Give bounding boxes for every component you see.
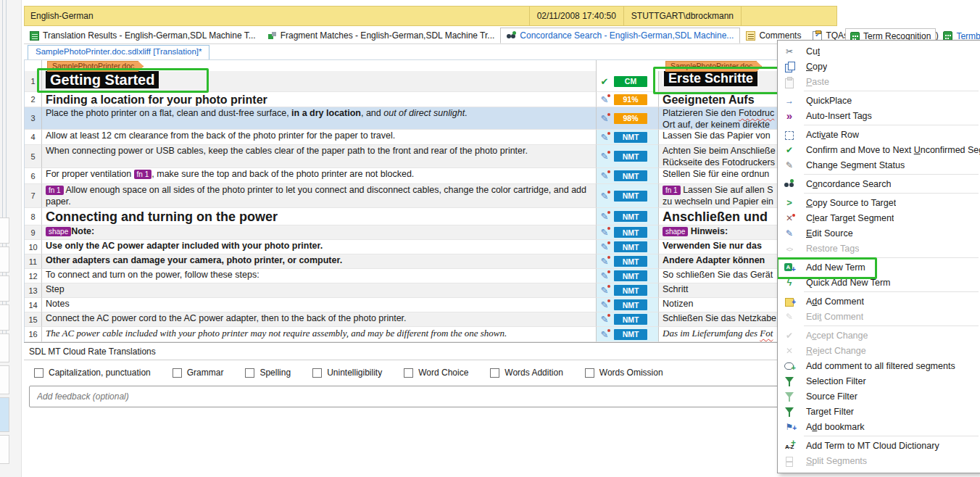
checkbox-capitalization-punctuation[interactable]: Capitalization, punctuation xyxy=(34,368,151,378)
menu-item-label: Add Comment xyxy=(796,296,864,307)
source-cell[interactable]: When connecting power or USB cables, kee… xyxy=(42,145,597,168)
menu-item-quick-add-new-term[interactable]: Quick Add New Term xyxy=(778,275,980,290)
menu-item-copy-source-to-target[interactable]: Copy Source to Target xyxy=(778,195,980,210)
footnote-tag[interactable]: fn 1 xyxy=(663,186,681,195)
source-cell[interactable]: Finding a location for your photo printe… xyxy=(42,92,597,107)
clear-target-segment-icon xyxy=(783,212,796,224)
dock-tab-active[interactable] xyxy=(0,397,9,432)
selected-source-text[interactable]: Getting Started xyxy=(46,71,159,88)
menu-item-concordance-search[interactable]: Concordance Search xyxy=(778,176,980,191)
menu-item-label: Source Filter xyxy=(796,391,858,402)
match-badge: NMT xyxy=(614,211,647,222)
source-cell[interactable]: Place the photo printer on a flat, clean… xyxy=(42,107,597,130)
table-row: 4 Allow at least 12 cm clearance from th… xyxy=(25,130,843,145)
checkbox-box[interactable] xyxy=(312,368,322,378)
checkbox-word-choice[interactable]: Word Choice xyxy=(404,368,468,378)
tab-translation-results[interactable]: Translation Results - English-German,SDL… xyxy=(24,28,262,43)
menu-item-change-segment-status[interactable]: Change Segment Status xyxy=(778,157,980,173)
checkbox-box[interactable] xyxy=(173,368,182,378)
table-row: 1 Getting Started ✔CM Erste Schritte xyxy=(25,71,843,92)
footnote-tag[interactable]: fn 1 xyxy=(134,170,152,179)
checkbox-words-omission[interactable]: Words Omission xyxy=(585,368,663,378)
source-cell[interactable]: Getting Started xyxy=(42,71,597,92)
table-row: 6 For proper ventilation fn 1, make sure… xyxy=(25,168,843,184)
shape-tag[interactable]: shape xyxy=(663,227,688,236)
feedback-input[interactable] xyxy=(29,386,838,407)
draft-pencil-icon: ✎ xyxy=(599,285,610,296)
source-cell[interactable]: Use only the AC power adapter included w… xyxy=(42,240,597,254)
grid-header: SamplePhotoPrinter.doc SamplePhotoPrinte… xyxy=(25,60,843,71)
match-badge: NMT xyxy=(614,270,647,281)
source-cell[interactable]: Step xyxy=(42,283,597,298)
source-cell[interactable]: shapeNote: xyxy=(42,225,597,240)
menu-item-add-comment-filtered[interactable]: Add comment to all filtered segments xyxy=(778,358,980,373)
source-cell[interactable]: Allow at least 12 cm clearance from the … xyxy=(42,130,597,145)
menu-item-target-filter[interactable]: Target Filter xyxy=(778,404,980,419)
checkbox-label: Unintelligibility xyxy=(327,368,382,378)
checkbox-label: Word Choice xyxy=(418,368,468,378)
checkbox-spelling[interactable]: Spelling xyxy=(245,368,291,378)
checkbox-unintelligibility[interactable]: Unintelligibility xyxy=(312,368,382,378)
source-cell[interactable]: To connect and turn on the power, follow… xyxy=(42,269,597,283)
source-cell[interactable]: For proper ventilation fn 1, make sure t… xyxy=(42,168,597,184)
menu-item-copy[interactable]: Copy xyxy=(778,59,980,74)
checkbox-words-addition[interactable]: Words Addition xyxy=(490,368,563,378)
dock-tab[interactable] xyxy=(0,217,9,244)
menu-item-quickplace[interactable]: QuickPlace xyxy=(778,93,980,108)
segment-status-cell: ✎NMT xyxy=(597,312,659,327)
menu-item-edit-source[interactable]: Edit Source xyxy=(778,225,980,241)
tab-fragment-matches[interactable]: Fragment Matches - English-German,SDL Ma… xyxy=(262,28,501,43)
menu-item-cut[interactable]: Cut xyxy=(778,43,980,59)
paste-icon xyxy=(783,76,796,88)
menu-item-activate-row[interactable]: Activate Row xyxy=(778,127,980,142)
language-pair-label: English-German xyxy=(25,11,94,21)
source-cell[interactable]: The AC power cable included with your ph… xyxy=(42,327,597,342)
menu-item-source-filter[interactable]: Source Filter xyxy=(778,389,980,404)
source-cell[interactable]: Connect the AC power cord to the AC powe… xyxy=(42,312,597,327)
segment-status-cell: ✎NMT xyxy=(597,208,659,225)
segment-status-cell: ✎NMT xyxy=(597,240,659,254)
menu-item-label: Target Filter xyxy=(796,407,854,417)
segment-status-cell: ✎NMT xyxy=(597,184,659,208)
checkbox-box[interactable] xyxy=(34,368,43,378)
source-cell[interactable]: Connecting and turning on the power xyxy=(42,208,597,225)
menu-item-selection-filter[interactable]: Selection Filter xyxy=(778,373,980,389)
menu-separator xyxy=(804,91,979,91)
dock-tab[interactable] xyxy=(0,275,9,302)
shape-tag[interactable]: shape xyxy=(46,227,71,236)
segment-status-cell: ✎NMT xyxy=(597,225,659,240)
checkbox-box[interactable] xyxy=(490,368,499,378)
menu-item-label: Add Term to MT Cloud Dictionary xyxy=(796,441,939,451)
menu-item-confirm-and-move[interactable]: Confirm and Move to Next Unconfirmed Seg… xyxy=(778,142,980,157)
segment-status-cell: ✎NMT xyxy=(597,130,659,145)
draft-pencil-icon: ✎ xyxy=(599,270,610,281)
dock-tab[interactable] xyxy=(0,304,9,331)
menu-item-label: Edit Source xyxy=(796,228,853,238)
dock-tab[interactable] xyxy=(0,365,9,394)
menu-item-add-comment[interactable]: Add Comment xyxy=(778,294,980,309)
source-cell[interactable]: Other adapters can damage your camera, p… xyxy=(42,254,597,269)
checkbox-grammar[interactable]: Grammar xyxy=(173,368,224,378)
checkbox-box[interactable] xyxy=(404,368,413,378)
menu-item-auto-insert-tags[interactable]: Auto-Insert Tags xyxy=(778,108,980,123)
menu-item-label: Copy Source to Target xyxy=(796,198,896,208)
checkbox-box[interactable] xyxy=(585,368,594,378)
menu-item-clear-target-segment[interactable]: Clear Target Segment xyxy=(778,210,980,225)
menu-item-add-new-term[interactable]: Add New Term xyxy=(778,260,980,275)
menu-item-add-bookmark[interactable]: Add bookmark xyxy=(778,419,980,434)
dock-tab[interactable] xyxy=(0,333,9,362)
selected-target-text[interactable]: Erste Schritte xyxy=(664,71,757,86)
menu-separator xyxy=(804,257,979,258)
dock-tab[interactable] xyxy=(0,435,9,464)
document-tab[interactable]: SamplePhotoPrinter.doc.sdlxliff [Transla… xyxy=(28,45,209,59)
footnote-tag[interactable]: fn 1 xyxy=(46,186,64,195)
dock-tab[interactable] xyxy=(0,246,9,273)
menu-item-label: Edit Comment xyxy=(796,312,863,322)
checkbox-box[interactable] xyxy=(245,368,254,378)
user-name: STUTTGART\dbrockmann xyxy=(623,7,741,25)
menu-item-add-term-mt-cloud[interactable]: Add Term to MT Cloud Dictionary xyxy=(778,438,980,453)
source-cell[interactable]: fn 1 Allow enough space on all sides of … xyxy=(42,184,597,208)
source-cell[interactable]: Notes xyxy=(42,298,597,312)
tab-concordance-search[interactable]: Concordance Search - English-German,SDL … xyxy=(500,28,740,43)
bar-spacer xyxy=(741,7,836,25)
